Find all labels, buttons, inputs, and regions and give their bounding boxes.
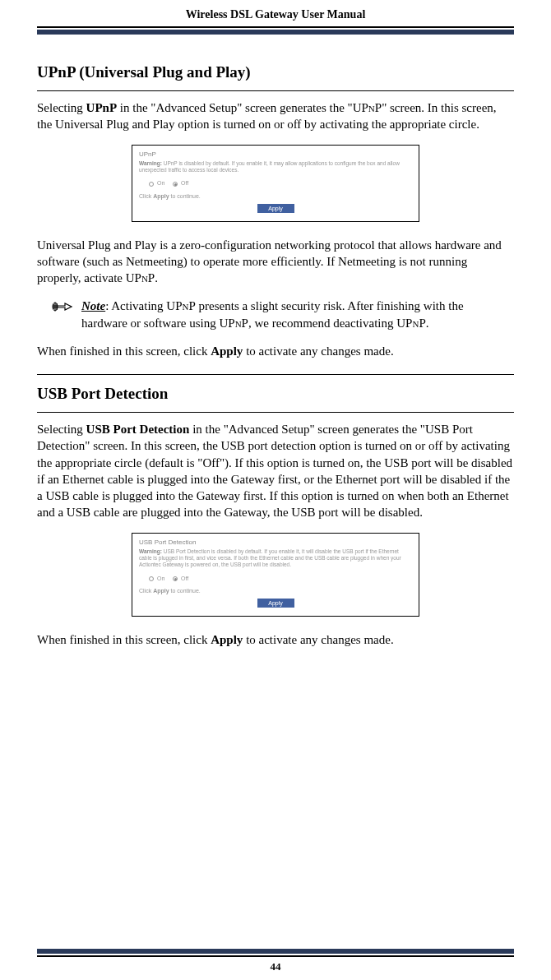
- usb-title-wrapper: USB Port Detection: [37, 385, 514, 413]
- usb-finish-2: to activate any changes made.: [243, 633, 393, 646]
- usb-intro-sc1: USB: [425, 423, 449, 436]
- upnp-note-4: .: [426, 317, 429, 330]
- usb-ss-title: USB Port Detection: [139, 539, 412, 546]
- usb-ss-warning: Warning: USB Port Detection is disabled …: [139, 548, 412, 569]
- upnp-ss-warning-text: UPnP is disabled by default. If you enab…: [139, 160, 400, 173]
- usb-intro-sc3: USB: [384, 456, 408, 469]
- upnp-note-sc1: UPnP: [166, 299, 195, 312]
- upnp-apply-button[interactable]: Apply: [257, 204, 294, 213]
- upnp-ss-warning-label: Warning:: [139, 160, 162, 166]
- upnp-intro-paragraph: Selecting UPnP in the "Advanced Setup" s…: [37, 99, 514, 133]
- upnp-note-sc2: UPnP: [219, 317, 248, 330]
- upnp-note-3: , we recommend deactivating: [248, 317, 396, 330]
- usb-intro-sc4: USB: [45, 489, 69, 502]
- upnp-para2-1: Universal Plug and Play is a zero-config…: [37, 238, 502, 285]
- upnp-radio-on-label: On: [157, 180, 164, 186]
- upnp-note-sc3: UPnP: [396, 317, 425, 330]
- usb-apply-button[interactable]: Apply: [257, 599, 294, 608]
- usb-ss-warning-label: Warning:: [139, 548, 162, 554]
- usb-intro-2: in the "Advanced Setup" screen generates…: [189, 423, 425, 436]
- upnp-radio-off[interactable]: [173, 182, 178, 187]
- usb-radio-on-label: On: [157, 576, 164, 581]
- usb-finish: When finished in this screen, click Appl…: [37, 631, 514, 648]
- upnp-note-text: Note: Activating UPnP presents a slight …: [81, 298, 481, 331]
- usb-intro-8: port will be disabled.: [316, 506, 423, 519]
- usb-radio-off[interactable]: [173, 576, 178, 581]
- usb-section-title: USB Port Detection: [37, 385, 168, 404]
- upnp-finish-2: to activate any changes made.: [243, 344, 393, 358]
- upnp-intro-text-1: Selecting: [37, 101, 86, 114]
- usb-radio-off-label: Off: [181, 576, 188, 581]
- upnp-finish: When finished in this screen, click Appl…: [37, 343, 514, 359]
- usb-intro-sc2: USB: [221, 439, 245, 452]
- upnp-radio-on[interactable]: [149, 182, 154, 187]
- upnp-para2-sc: UPnP: [126, 271, 155, 284]
- upnp-radio-off-label: Off: [181, 180, 188, 186]
- header-rule-thick: [37, 30, 514, 35]
- upnp-note-1: : Activating: [105, 299, 166, 312]
- usb-intro-1: Selecting: [37, 423, 86, 436]
- pointing-hand-icon: [52, 299, 75, 317]
- usb-intro-bold: USB Port Detection: [86, 423, 190, 436]
- usb-screenshot: USB Port Detection Warning: USB Port Det…: [132, 533, 419, 617]
- upnp-note-block: Note: Activating UPnP presents a slight …: [52, 298, 514, 331]
- upnp-title-wrapper: UPnP (Universal Plug and Play): [37, 63, 514, 91]
- upnp-intro-bold: UPnP: [86, 101, 118, 114]
- usb-ss-radio-group: On Off: [149, 576, 412, 581]
- usb-intro-sc5: USB: [67, 506, 90, 519]
- upnp-finish-bold: Apply: [211, 344, 243, 358]
- page-footer: 44: [37, 949, 514, 973]
- upnp-section-title: UPnP (Universal Plug and Play): [37, 63, 251, 82]
- upnp-ss-title: UPnP: [139, 150, 412, 158]
- upnp-ss-radio-group: On Off: [149, 180, 412, 186]
- footer-rule-thin: [37, 955, 514, 957]
- usb-ss-apply-1: Click: [139, 588, 153, 594]
- upnp-finish-1: When finished in this screen, click: [37, 344, 211, 358]
- usb-finish-1: When finished in this screen, click: [37, 633, 211, 646]
- usb-radio-on[interactable]: [149, 576, 154, 581]
- usb-finish-bold: Apply: [211, 633, 243, 646]
- upnp-intro-text-2: in the "Advanced Setup" screen generates…: [117, 101, 353, 114]
- upnp-ss-apply-2: to continue.: [169, 193, 201, 199]
- page-number: 44: [37, 960, 514, 973]
- section-divider: [37, 374, 514, 375]
- usb-ss-apply-text: Click Apply to continue.: [139, 588, 412, 594]
- upnp-ss-apply-text: Click Apply to continue.: [139, 193, 412, 199]
- header-rule-thin: [37, 26, 514, 28]
- usb-intro-7: cable are plugged into the Gateway, the: [90, 506, 291, 519]
- upnp-intro-sc: UPnP: [353, 101, 382, 114]
- upnp-para2-2: .: [155, 271, 158, 284]
- upnp-para2: Universal Plug and Play is a zero-config…: [37, 237, 514, 287]
- upnp-note-label: Note: [81, 299, 105, 312]
- upnp-ss-apply-1: Click: [139, 193, 153, 199]
- footer-rule-thick: [37, 949, 514, 954]
- usb-ss-apply-2: to continue.: [169, 588, 201, 594]
- usb-intro-sc6: USB: [291, 506, 315, 519]
- usb-ss-apply-bold: Apply: [153, 588, 169, 594]
- page-header: Wireless DSL Gateway User Manual: [37, 0, 514, 26]
- upnp-ss-apply-bold: Apply: [153, 193, 169, 199]
- usb-intro-paragraph: Selecting USB Port Detection in the "Adv…: [37, 421, 514, 521]
- usb-ss-warning-text: USB Port Detection is disabled by defaul…: [139, 548, 401, 568]
- upnp-screenshot: UPnP Warning: UPnP is disabled by defaul…: [132, 145, 419, 222]
- upnp-ss-warning: Warning: UPnP is disabled by default. If…: [139, 160, 412, 174]
